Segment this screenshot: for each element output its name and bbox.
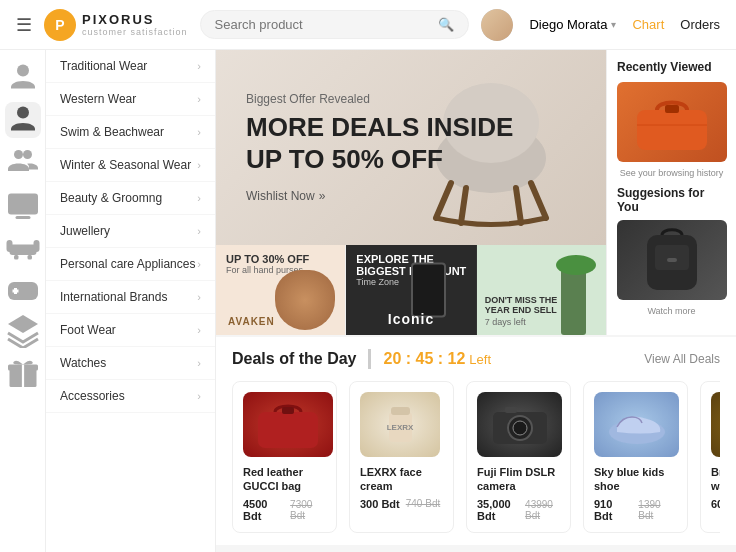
deal-name: Brown leather wallet [711,465,720,494]
svg-rect-32 [258,412,318,448]
deal-old-price: 1390 Bdt [638,499,677,521]
orders-nav-link[interactable]: Orders [680,17,720,32]
category-foot-wear[interactable]: Foot Wear › [46,314,215,347]
category-label: Watches [60,356,106,370]
category-swim-beachwear[interactable]: Swim & Beachwear › [46,116,215,149]
search-input[interactable] [215,17,431,32]
category-label: Accessories [60,389,125,403]
icon-bar-group[interactable] [5,144,41,180]
category-western-wear[interactable]: Western Wear › [46,83,215,116]
deal-card-wallet[interactable]: Brown leather wallet 600 Bdt 980 Bdt [700,381,720,533]
category-arrow-icon: › [197,60,201,72]
deal-prices: 300 Bdt 740 Bdt [360,498,443,510]
deals-section: Deals of the Day 20 : 45 : 12 Left View … [216,337,736,545]
logo-name: PIXORUS [82,12,188,27]
avaken-brand: AVAKEN [228,316,275,327]
menu-icon[interactable]: ☰ [16,14,32,36]
deal-cream-image: LEXRX [360,392,440,457]
lamp-decoration [561,265,586,335]
watch-more-link[interactable]: Watch more [617,306,726,316]
view-all-deals-link[interactable]: View All Deals [644,352,720,366]
search-bar[interactable]: 🔍 [200,10,470,39]
small-banner-watches[interactable]: EXPLORE THE BIGGEST DISCOUNT Time Zone I… [346,245,476,335]
icon-bar-person[interactable] [5,60,41,96]
category-winter-seasonal[interactable]: Winter & Seasonal Wear › [46,149,215,182]
svg-point-1 [17,107,29,119]
icon-bar-gift[interactable] [5,354,41,390]
deal-card-camera[interactable]: Fuji Flim DSLR camera 35,000 Bdt 43990 B… [466,381,571,533]
deal-old-price: 7300 Bdt [290,499,326,521]
deals-time-display: 20 : 45 : 12 [383,350,465,368]
deals-timer: 20 : 45 : 12 Left [383,350,491,368]
svg-rect-7 [6,240,12,252]
category-juwellery[interactable]: Juwellery › [46,215,215,248]
deal-wallet-image [711,392,720,457]
deals-divider [368,349,371,369]
deal-name: LEXRX face cream [360,465,443,494]
deal-prices: 910 Bdt 1390 Bdt [594,498,677,522]
wishlist-button[interactable]: Wishlist Now » [246,189,325,203]
header-right: Diego Morata ▾ Chart Orders [481,9,720,41]
user-info[interactable]: Diego Morata ▾ [529,17,616,32]
main-banner: Biggest Offer Revealed MORE DEALS INSIDE… [216,50,606,245]
deals-left-label: Left [469,352,491,367]
category-accessories[interactable]: Accessories › [46,380,215,413]
category-label: International Brands [60,290,167,304]
category-list: Traditional Wear › Western Wear › Swim &… [46,50,216,552]
small-banner-purse[interactable]: UP TO 30% OFF For all hand purses AVAKEN [216,245,346,335]
icon-bar [0,50,46,552]
icon-bar-tv[interactable] [5,186,41,222]
category-arrow-icon: › [197,126,201,138]
category-label: Foot Wear [60,323,116,337]
deal-card-cream[interactable]: LEXRX LEXRX face cream 300 Bdt 740 Bdt [349,381,454,533]
suggestions-title: Suggesions for You [617,186,726,214]
svg-rect-10 [27,255,32,260]
user-name: Diego Morata [529,17,607,32]
category-personal-care[interactable]: Personal care Appliances › [46,248,215,281]
deal-price: 300 Bdt [360,498,400,510]
small-banner-yearend[interactable]: DON'T MISS THEYEAR END SELL 7 days left [477,245,606,335]
header: ☰ P PIXORUS customer satisfaction 🔍 Dieg… [0,0,736,50]
icon-bar-user-active[interactable] [5,102,41,138]
chart-nav-link[interactable]: Chart [632,17,664,32]
dont-miss-text: DON'T MISS THEYEAR END SELL [485,295,558,315]
category-beauty-grooming[interactable]: Beauty & Groomng › [46,182,215,215]
category-label: Personal care Appliances [60,257,195,271]
banner-area: Biggest Offer Revealed MORE DEALS INSIDE… [216,50,606,335]
deals-header: Deals of the Day 20 : 45 : 12 Left View … [232,349,720,369]
category-arrow-icon: › [197,390,201,402]
logo-text: PIXORUS customer satisfaction [82,12,188,37]
deal-price: 600 Bdt [711,498,720,510]
logo: P PIXORUS customer satisfaction [44,9,188,41]
browsing-history-link[interactable]: See your browsing history [617,168,726,178]
recently-viewed-bag-image [617,82,727,162]
svg-rect-27 [665,105,679,113]
icon-bar-sofa[interactable] [5,228,41,264]
deal-card-bag[interactable]: Red leather GUCCI bag 4500 Bdt 7300 Bdt [232,381,337,533]
deal-prices: 600 Bdt 980 Bdt [711,498,720,510]
icon-bar-layers[interactable] [5,312,41,348]
deal-prices: 4500 Bdt 7300 Bdt [243,498,326,522]
deal-old-price: 740 Bdt [406,498,440,509]
category-international[interactable]: International Brands › [46,281,215,314]
icon-bar-game[interactable] [5,270,41,306]
banner-title: MORE DEALS INSIDE UP TO 50% OFF [246,112,513,174]
lamp-top-decoration [556,255,596,275]
category-arrow-icon: › [197,225,201,237]
deal-card-shoe[interactable]: Sky blue kids shoe 910 Bdt 1390 Bdt [583,381,688,533]
avatar-img [481,9,513,41]
search-icon: 🔍 [438,17,454,32]
deal-name: Sky blue kids shoe [594,465,677,494]
deals-grid: Red leather GUCCI bag 4500 Bdt 7300 Bdt … [232,381,720,533]
svg-rect-33 [282,407,294,414]
deal-price: 35,000 Bdt [477,498,519,522]
svg-point-14 [26,287,31,292]
svg-rect-35 [391,407,410,415]
svg-rect-9 [14,255,19,260]
category-watches[interactable]: Watches › [46,347,215,380]
svg-text:LEXRX: LEXRX [386,423,413,432]
deal-name: Red leather GUCCI bag [243,465,326,494]
logo-sub: customer satisfaction [82,27,188,37]
seven-days-text: 7 days left [485,317,526,327]
category-traditional-wear[interactable]: Traditional Wear › [46,50,215,83]
